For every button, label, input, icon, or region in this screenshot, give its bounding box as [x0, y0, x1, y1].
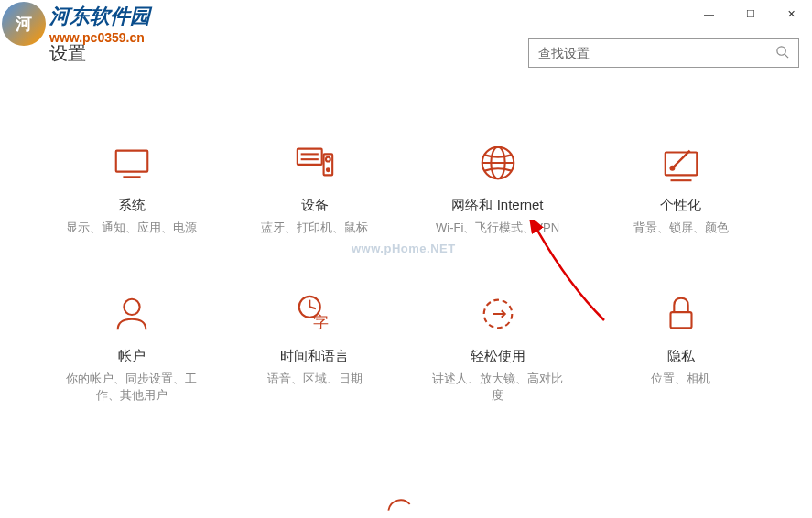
svg-rect-13: [665, 153, 697, 176]
watermark-logo-icon: 河: [2, 2, 46, 46]
svg-line-1: [785, 54, 788, 58]
tile-title: 时间和语言: [280, 348, 349, 365]
tile-desc: 显示、通知、应用、电源: [66, 220, 197, 236]
tile-desc: 背景、锁屏、颜色: [633, 220, 729, 236]
tile-devices[interactable]: 设备 蓝牙、打印机、鼠标: [223, 136, 406, 242]
search-input[interactable]: [538, 46, 775, 60]
update-icon: [381, 495, 417, 513]
minimize-button[interactable]: —: [688, 0, 730, 27]
tile-desc: Wi-Fi、飞行模式、VPN: [436, 220, 559, 236]
svg-point-9: [326, 168, 329, 171]
tile-title: 轻松使用: [471, 348, 525, 365]
svg-rect-2: [115, 151, 147, 172]
globe-icon: [477, 142, 519, 184]
search-icon: [775, 45, 789, 61]
tile-title: 隐私: [667, 348, 695, 365]
tile-title: 帐户: [118, 348, 146, 365]
search-box[interactable]: [528, 38, 799, 68]
personalization-icon: [660, 142, 702, 184]
partial-row: [0, 491, 797, 518]
lock-icon: [660, 293, 702, 335]
tile-desc: 你的帐户、同步设置、工作、其他用户: [63, 371, 200, 404]
tile-system[interactable]: 系统 显示、通知、应用、电源: [40, 136, 223, 242]
svg-point-0: [777, 47, 785, 55]
accounts-icon: [111, 293, 153, 335]
svg-rect-4: [297, 149, 321, 165]
tile-ease-of-access[interactable]: 轻松使用 讲述人、放大镜、高对比度: [406, 287, 590, 409]
tile-desc: 位置、相机: [651, 371, 710, 387]
svg-line-19: [309, 308, 316, 309]
maximize-button[interactable]: ☐: [730, 0, 771, 27]
tile-network[interactable]: 网络和 Internet Wi-Fi、飞行模式、VPN: [406, 136, 590, 242]
content-area: 设置 系统 显示、通知、应用、电源 设备 蓝牙、打印机、鼠标: [0, 27, 812, 518]
svg-text:字: 字: [313, 315, 329, 332]
tile-title: 设备: [301, 197, 329, 214]
tile-personalization[interactable]: 个性化 背景、锁屏、颜色: [590, 136, 773, 242]
tile-desc: 语音、区域、日期: [267, 371, 363, 387]
window-controls: — ☐ ✕: [688, 0, 812, 27]
svg-point-15: [670, 167, 674, 170]
ease-icon: [477, 293, 519, 335]
tile-accounts[interactable]: 帐户 你的帐户、同步设置、工作、其他用户: [40, 287, 223, 409]
tile-desc: 讲述人、放大镜、高对比度: [429, 371, 567, 404]
time-language-icon: 字: [294, 293, 336, 335]
devices-icon: [294, 142, 336, 184]
tile-title: 网络和 Internet: [451, 197, 543, 214]
svg-point-16: [124, 299, 139, 315]
watermark-url: www.pc0359.cn: [49, 30, 150, 45]
svg-point-8: [325, 157, 330, 162]
system-icon: [111, 142, 153, 184]
watermark-overlay: 河 河东软件园 www.pc0359.cn: [2, 2, 150, 46]
tile-privacy[interactable]: 隐私 位置、相机: [590, 287, 773, 409]
tile-desc: 蓝牙、打印机、鼠标: [261, 220, 368, 236]
svg-rect-22: [670, 312, 691, 328]
tile-title: 个性化: [660, 197, 701, 214]
tiles-grid: 系统 显示、通知、应用、电源 设备 蓝牙、打印机、鼠标 网络和 Internet…: [0, 68, 812, 437]
watermark-cn: 河东软件园: [49, 3, 150, 30]
tile-time-language[interactable]: 字 时间和语言 语音、区域、日期: [223, 287, 406, 409]
tile-title: 系统: [118, 197, 146, 214]
close-button[interactable]: ✕: [771, 0, 812, 27]
